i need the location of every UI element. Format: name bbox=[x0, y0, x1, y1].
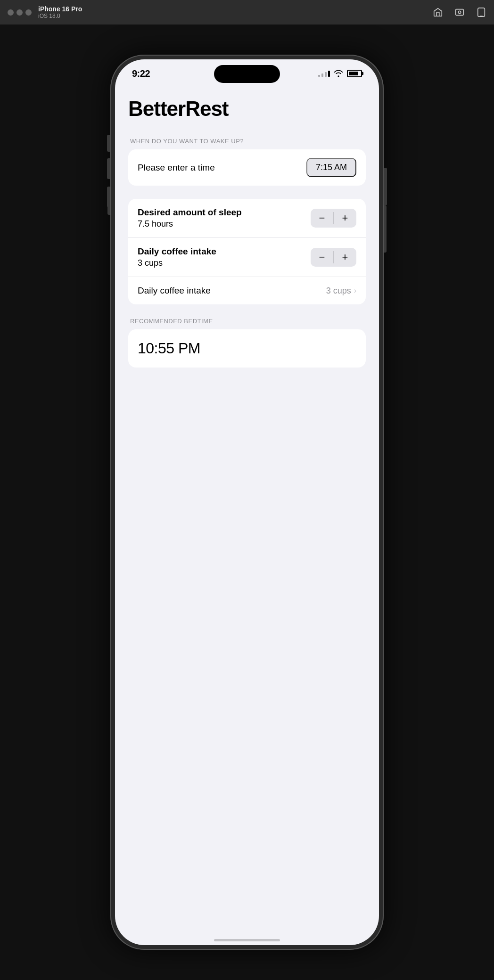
status-time: 9:22 bbox=[132, 68, 150, 79]
home-indicator bbox=[115, 928, 379, 945]
phone-wrapper: 9:22 bbox=[0, 24, 494, 980]
sim-device-info: iPhone 16 Pro iOS 18.0 bbox=[38, 5, 82, 19]
sim-os: iOS 18.0 bbox=[38, 13, 82, 19]
coffee-title: Daily coffee intake bbox=[138, 246, 311, 257]
signal-icon bbox=[318, 71, 330, 77]
screenshot-icon[interactable] bbox=[454, 7, 465, 17]
wake-up-section: WHEN DO YOU WANT TO WAKE UP? Please ente… bbox=[128, 138, 366, 186]
bedtime-card: 10:55 PM bbox=[128, 329, 366, 368]
sim-controls bbox=[433, 7, 486, 17]
phone-screen: 9:22 bbox=[115, 59, 379, 945]
wake-up-card: Please enter a time 7:15 AM bbox=[128, 149, 366, 186]
outer-wrapper: iPhone 16 Pro iOS 18.0 bbox=[0, 0, 494, 980]
sim-dot-2 bbox=[16, 9, 23, 16]
svg-point-1 bbox=[458, 11, 461, 14]
coffee-nav-row[interactable]: Daily coffee intake 3 cups › bbox=[128, 277, 366, 304]
coffee-nav-value: 3 cups bbox=[326, 286, 351, 296]
wifi-icon bbox=[334, 70, 343, 77]
home-bar bbox=[214, 939, 280, 941]
status-bar: 9:22 bbox=[115, 59, 379, 88]
sleep-title: Desired amount of sleep bbox=[138, 207, 311, 218]
mute-button[interactable] bbox=[107, 135, 110, 152]
time-picker-label: Please enter a time bbox=[138, 163, 215, 173]
battery-fill bbox=[349, 72, 358, 75]
svg-rect-0 bbox=[456, 9, 464, 16]
app-content: BetterRest WHEN DO YOU WANT TO WAKE UP? … bbox=[115, 88, 379, 928]
sim-dots bbox=[8, 9, 32, 16]
stepper-card: Desired amount of sleep 7.5 hours − + bbox=[128, 199, 366, 304]
sleep-decrement-button[interactable]: − bbox=[311, 209, 333, 228]
coffee-info: Daily coffee intake 3 cups bbox=[138, 246, 311, 268]
sim-dot-1 bbox=[8, 9, 14, 16]
status-icons bbox=[318, 70, 362, 77]
coffee-value: 3 cups bbox=[138, 258, 311, 268]
bedtime-label: RECOMMENDED BEDTIME bbox=[128, 318, 366, 325]
time-picker-value[interactable]: 7:15 AM bbox=[306, 158, 356, 177]
sleep-increment-button[interactable]: + bbox=[334, 209, 356, 228]
battery-icon bbox=[347, 70, 362, 77]
coffee-nav-right: 3 cups › bbox=[326, 286, 356, 296]
sim-device-name: iPhone 16 Pro bbox=[38, 5, 82, 13]
svg-rect-2 bbox=[478, 8, 485, 16]
sleep-value: 7.5 hours bbox=[138, 219, 311, 229]
coffee-stepper: − + bbox=[311, 248, 356, 267]
coffee-row: Daily coffee intake 3 cups − + bbox=[128, 237, 366, 277]
sleep-row: Desired amount of sleep 7.5 hours − + bbox=[128, 199, 366, 237]
phone-frame: 9:22 bbox=[110, 55, 384, 950]
bedtime-section: RECOMMENDED BEDTIME 10:55 PM bbox=[128, 318, 366, 368]
rotate-icon[interactable] bbox=[476, 7, 486, 17]
sleep-stepper: − + bbox=[311, 209, 356, 228]
wake-up-label: WHEN DO YOU WANT TO WAKE UP? bbox=[128, 138, 366, 145]
power-button[interactable] bbox=[384, 168, 387, 205]
bedtime-time: 10:55 PM bbox=[138, 340, 356, 357]
volume-up-button[interactable] bbox=[107, 158, 110, 179]
sleep-info: Desired amount of sleep 7.5 hours bbox=[138, 207, 311, 229]
app-title: BetterRest bbox=[128, 97, 366, 121]
chevron-right-icon: › bbox=[354, 286, 356, 295]
coffee-decrement-button[interactable]: − bbox=[311, 248, 333, 267]
home-icon[interactable] bbox=[433, 7, 443, 17]
volume-down-button[interactable] bbox=[107, 187, 110, 207]
coffee-increment-button[interactable]: + bbox=[334, 248, 356, 267]
coffee-nav-label: Daily coffee intake bbox=[138, 286, 211, 296]
dynamic-island bbox=[214, 65, 280, 83]
sim-dot-3 bbox=[25, 9, 32, 16]
simulator-bar: iPhone 16 Pro iOS 18.0 bbox=[0, 0, 494, 24]
